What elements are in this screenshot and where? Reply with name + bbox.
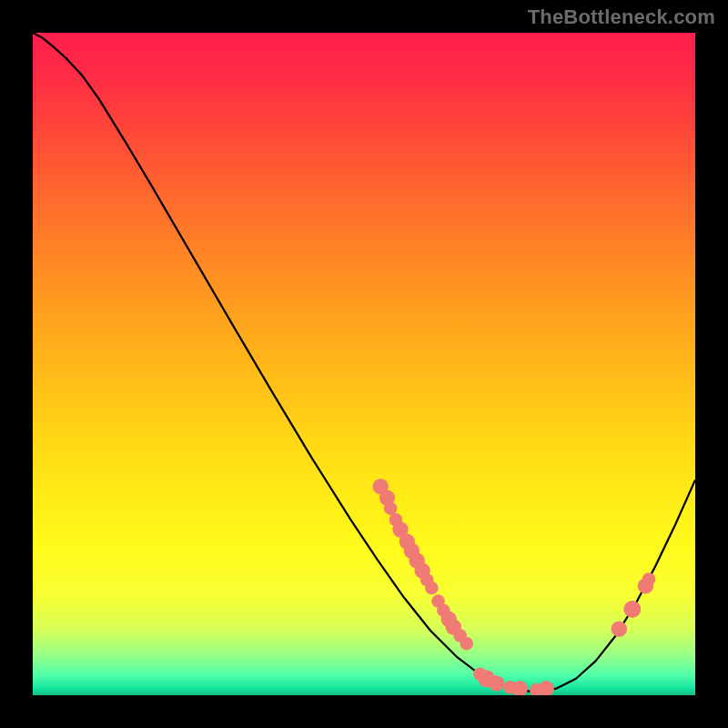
data-point [489, 675, 504, 691]
watermark-text: TheBottleneck.com [528, 5, 715, 29]
data-point [460, 637, 474, 651]
data-point [425, 581, 439, 595]
data-point [539, 681, 554, 695]
data-point [623, 601, 641, 618]
data-point [612, 622, 627, 637]
bottleneck-curve [33, 33, 695, 692]
data-point [384, 501, 398, 515]
chart-frame: TheBottleneck.com [0, 0, 728, 728]
chart-svg [33, 33, 695, 695]
data-points [373, 479, 656, 695]
data-point [642, 572, 656, 586]
plot-area [33, 33, 695, 695]
